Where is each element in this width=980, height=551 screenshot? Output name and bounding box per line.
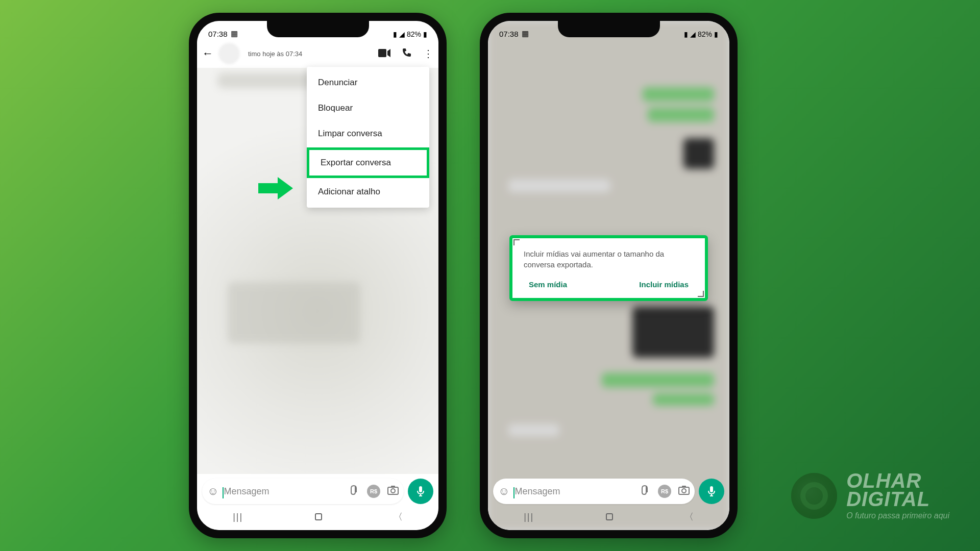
- mic-button[interactable]: [699, 479, 724, 504]
- menu-item-export[interactable]: Exportar conversa: [307, 147, 429, 178]
- signal-icon: ▮ ◢: [393, 30, 405, 38]
- overflow-menu: Denunciar Bloquear Limpar conversa Expor…: [307, 67, 429, 208]
- camera-icon[interactable]: [678, 486, 690, 497]
- back-icon[interactable]: ←: [202, 47, 213, 60]
- nav-recent-icon[interactable]: |||: [233, 512, 243, 522]
- dialog-btn-without-media[interactable]: Sem mídia: [529, 280, 567, 289]
- tutorial-canvas: 07:38 ▦ ▮ ◢ 82% ▮ ← timo hoje às 07:34 ⋮: [0, 0, 980, 551]
- menu-item-clear[interactable]: Limpar conversa: [307, 121, 429, 146]
- status-time: 07:38: [208, 30, 228, 38]
- attach-icon[interactable]: [351, 485, 360, 498]
- payment-icon[interactable]: R$: [658, 485, 671, 498]
- dialog-btn-include-media[interactable]: Incluir mídias: [639, 280, 689, 289]
- phone-mockup-left: 07:38 ▦ ▮ ◢ 82% ▮ ← timo hoje às 07:34 ⋮: [189, 13, 447, 538]
- status-time: 07:38: [499, 30, 519, 38]
- battery-text: 82%: [698, 30, 712, 38]
- status-app-icon: ▦: [522, 29, 529, 38]
- avatar[interactable]: [218, 43, 240, 64]
- svg-rect-3: [391, 486, 395, 488]
- audio-call-icon[interactable]: [402, 47, 412, 60]
- logo-icon: [791, 473, 837, 519]
- menu-item-block[interactable]: Bloquear: [307, 95, 429, 121]
- android-nav-bar: ||| 〈: [197, 508, 438, 526]
- dialog-message: Incluir mídias vai aumentar o tamanho da…: [524, 248, 694, 270]
- message-placeholder: Mensagem: [224, 486, 346, 497]
- svg-rect-8: [710, 486, 713, 492]
- attach-icon[interactable]: [642, 485, 651, 498]
- logo-tagline: O futuro passa primeiro aqui: [846, 511, 949, 520]
- phone-notch: [267, 20, 369, 37]
- svg-rect-0: [378, 49, 386, 57]
- chat-header: ← timo hoje às 07:34 ⋮: [197, 39, 438, 68]
- menu-item-report[interactable]: Denunciar: [307, 70, 429, 95]
- nav-home-icon[interactable]: [606, 513, 613, 520]
- signal-icon: ▮ ◢: [684, 30, 696, 38]
- message-placeholder: Mensagem: [514, 486, 636, 497]
- nav-home-icon[interactable]: [315, 513, 322, 520]
- watermark-logo: OLHAR DIGITAL O futuro passa primeiro aq…: [791, 471, 949, 520]
- svg-point-2: [391, 489, 395, 493]
- status-app-icon: ▦: [231, 29, 238, 38]
- phone-mockup-right: 07:38 ▦ ▮ ◢ 82% ▮ Incluir mídias vai aum…: [480, 13, 738, 538]
- message-input[interactable]: ☺ Mensagem R$: [202, 479, 404, 504]
- phone-notch: [558, 20, 660, 37]
- more-icon[interactable]: ⋮: [423, 47, 433, 60]
- export-dialog: Incluir mídias vai aumentar o tamanho da…: [509, 235, 708, 301]
- battery-icon: ▮: [714, 30, 718, 38]
- nav-back-icon[interactable]: 〈: [684, 511, 694, 523]
- message-input-bar: ☺ Mensagem R$: [202, 478, 433, 505]
- emoji-icon[interactable]: ☺: [207, 485, 218, 498]
- android-nav-bar: ||| 〈: [488, 508, 729, 526]
- phone-screen-left: 07:38 ▦ ▮ ◢ 82% ▮ ← timo hoje às 07:34 ⋮: [197, 21, 438, 530]
- phone-screen-right: 07:38 ▦ ▮ ◢ 82% ▮ Incluir mídias vai aum…: [488, 21, 729, 530]
- logo-text-2: DIGITAL: [846, 488, 930, 510]
- battery-icon: ▮: [423, 30, 427, 38]
- mic-button[interactable]: [408, 479, 433, 504]
- message-input[interactable]: ☺ Mensagem R$: [493, 479, 695, 504]
- svg-rect-7: [682, 486, 686, 488]
- nav-back-icon[interactable]: 〈: [394, 511, 403, 523]
- menu-item-shortcut[interactable]: Adicionar atalho: [307, 179, 429, 205]
- battery-text: 82%: [407, 30, 421, 38]
- payment-icon[interactable]: R$: [367, 485, 380, 498]
- svg-rect-4: [419, 486, 422, 492]
- nav-recent-icon[interactable]: |||: [524, 512, 534, 522]
- message-input-bar: ☺ Mensagem R$: [493, 478, 724, 505]
- svg-point-6: [682, 489, 686, 493]
- chat-subtitle: timo hoje às 07:34: [245, 50, 373, 58]
- video-call-icon[interactable]: [378, 48, 390, 60]
- emoji-icon[interactable]: ☺: [498, 485, 509, 498]
- camera-icon[interactable]: [387, 486, 399, 497]
